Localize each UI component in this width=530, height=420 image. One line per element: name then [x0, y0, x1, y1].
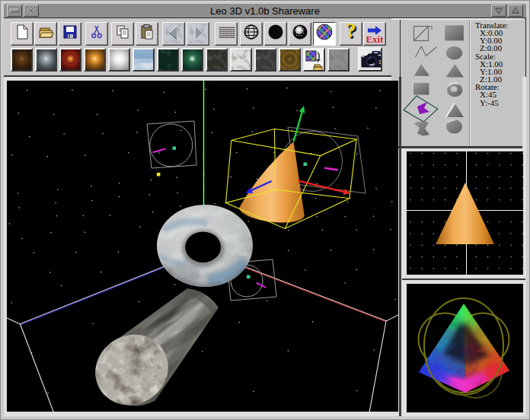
svg-text:1: 1: [378, 59, 382, 65]
svg-text:Exit: Exit: [366, 33, 383, 43]
svg-text:?: ?: [346, 24, 356, 42]
